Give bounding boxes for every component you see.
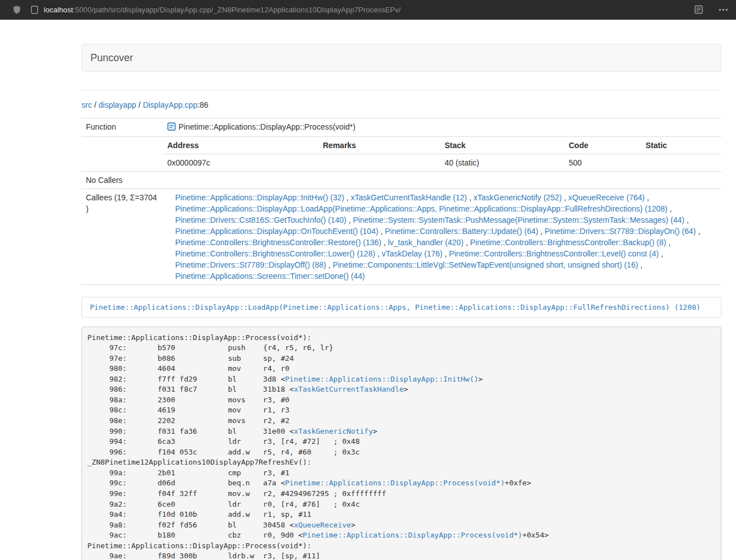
code-text: +0xfe>: [505, 479, 531, 487]
col-header-address: Address: [163, 137, 318, 154]
function-details-row: Address Remarks Stack Code Static 0x0000…: [81, 137, 721, 172]
callees-row: Callees (19, Σ=3704 ) Pinetime::Applicat…: [81, 189, 721, 285]
callee-link[interactable]: Pinetime::System::SystemTask::PushMessag…: [353, 215, 685, 224]
code-text: >: [351, 521, 355, 529]
function-row: Function Pinetime::Applications::Display…: [81, 118, 721, 137]
breadcrumb-separator: /: [94, 100, 97, 109]
col-header-code: Code: [564, 137, 641, 154]
callees-label: Callees (19, Σ=3704 ): [81, 189, 163, 285]
shield-icon[interactable]: [12, 5, 21, 15]
callee-link[interactable]: Pinetime::Controllers::BrightnessControl…: [175, 249, 375, 258]
callees-list: Pinetime::Applications::DisplayApp::Init…: [163, 189, 721, 285]
breadcrumb: src/displayapp/DisplayApp.cpp:86: [81, 99, 721, 111]
code-text: >: [478, 375, 483, 383]
code-text: 986: f031 f8c7 bl 31b18 <: [88, 385, 294, 393]
code-text: 9a8: f02f fd56 bl 30458 <: [88, 521, 294, 529]
reader-mode-icon[interactable]: [694, 5, 703, 14]
callee-link[interactable]: Pinetime::Applications::DisplayApp::Init…: [175, 193, 344, 202]
breadcrumb-line-number: :86: [198, 100, 208, 109]
code-text: 9a2: 6ce0 ldr r0, [r4, #76] ; 0x4c: [88, 500, 360, 508]
callee-link[interactable]: xTaskGenericNotify (252): [473, 193, 561, 202]
brand-link[interactable]: Puncover: [82, 52, 141, 64]
callers-row: No Callers: [81, 172, 721, 189]
url-path: :5000/path/src/displayapp/DisplayApp.cpp…: [73, 6, 401, 14]
callee-link[interactable]: lv_task_handler (420): [388, 238, 464, 247]
function-row-label: Function: [81, 118, 163, 137]
code-text: 9a4: f10d 010b add.w r1, sp, #11: [88, 510, 312, 518]
callee-link[interactable]: Pinetime::Applications::DisplayApp::OnTo…: [175, 227, 378, 236]
symbol-link[interactable]: Pinetime::Applications::DisplayApp::Init…: [285, 375, 478, 383]
col-header-stack: Stack: [440, 137, 564, 154]
code-text: 9ae: f89d 300b ldrb.w r3, [sp, #11]: [88, 552, 321, 560]
code-value: 500: [564, 154, 641, 172]
remarks-value: [318, 154, 440, 172]
code-text: >: [404, 385, 408, 393]
code-text: 98a: 2300 movs r3, #0: [88, 396, 290, 404]
code-text: 99c: d06d beq.n a7a <: [88, 479, 285, 487]
code-text: 994: 6ca3 ldr r3, [r4, #72] ; 0x48: [88, 437, 360, 446]
code-text: 97e: b086 sub sp, #24: [88, 354, 294, 362]
callee-link[interactable]: xTaskGetCurrentTaskHandle (12): [351, 193, 467, 202]
breadcrumb-link-src[interactable]: src: [81, 100, 92, 109]
code-text: 996: f104 053c add.w r5, r4, #60 ; 0x3c: [88, 448, 360, 456]
code-text: 97c: b570 push {r4, r5, r6, lr}: [88, 343, 333, 352]
symbol-link[interactable]: Pinetime::Applications::DisplayApp::Proc…: [285, 479, 505, 487]
main-content: Puncover src/displayapp/DisplayApp.cpp:8…: [81, 44, 721, 560]
symbol-link[interactable]: xQueueReceive: [294, 521, 351, 529]
code-text: 99a: 2b01 cmp r3, #1: [88, 469, 290, 477]
code-text: +0x54>: [522, 531, 548, 539]
highlighted-callee-panel[interactable]: Pinetime::Applications::DisplayApp::Load…: [81, 297, 721, 318]
stack-value: 40 (static): [440, 154, 564, 172]
code-text: 98c: 4619 mov r1, r3: [88, 406, 290, 414]
breadcrumb-link-file[interactable]: DisplayApp.cpp: [143, 100, 197, 109]
code-text: Pinetime::Applications::DisplayApp::Proc…: [88, 333, 312, 342]
menu-dots-icon[interactable]: [719, 8, 728, 11]
symbol-table: Function Pinetime::Applications::Display…: [81, 118, 721, 285]
highlighted-callee-link[interactable]: Pinetime::Applications::DisplayApp::Load…: [90, 303, 701, 311]
code-text: 9ac: b180 cbz r0, 9d0 <: [88, 531, 303, 539]
browser-chrome: localhost:5000/path/src/displayapp/Displ…: [0, 0, 736, 20]
callee-link[interactable]: Pinetime::Drivers::Cst816S::GetTouchInfo…: [175, 215, 346, 224]
callee-link[interactable]: Pinetime::Drivers::St7789::DisplayOff() …: [175, 260, 326, 269]
callee-link[interactable]: Pinetime::Applications::Screens::Timer::…: [175, 272, 365, 281]
col-header-remarks: Remarks: [318, 137, 440, 154]
code-text: Pinetime::Applications::DisplayApp::Proc…: [88, 541, 312, 550]
navbar: Puncover: [81, 44, 721, 72]
url-host: localhost: [44, 6, 73, 14]
symbol-link[interactable]: Pinetime::Applications::DisplayApp::Proc…: [303, 531, 522, 539]
symbol-link[interactable]: xTaskGetCurrentTaskHandle: [294, 385, 404, 393]
divider: [81, 90, 721, 90]
callee-link[interactable]: Pinetime::Controllers::Battery::Update()…: [385, 227, 538, 236]
code-text: 980: 4604 mov r4, r0: [88, 364, 290, 373]
breadcrumb-separator: /: [139, 100, 141, 109]
callee-link[interactable]: vTaskDelay (176): [382, 249, 442, 258]
function-symbol-name: Pinetime::Applications::DisplayApp::Proc…: [179, 122, 355, 131]
col-header-static: Static: [641, 137, 721, 154]
no-callers-label: No Callers: [81, 172, 163, 189]
details-value-row: 0x0000097c 40 (static) 500: [163, 154, 721, 172]
breadcrumb-link-displayapp[interactable]: displayapp: [99, 100, 136, 109]
details-table: Address Remarks Stack Code Static 0x0000…: [163, 137, 721, 171]
code-text: 99e: f04f 32ff mov.w r2, #4294967295 ; 0…: [88, 489, 386, 498]
code-text: >: [373, 427, 377, 435]
code-text: 98e: 2202 movs r2, #2: [88, 416, 290, 425]
url-bar[interactable]: localhost:5000/path/src/displayapp/Displ…: [44, 6, 401, 14]
symbol-link[interactable]: xTaskGenericNotify: [294, 427, 373, 435]
code-text: 982: f7ff fd29 bl 3d8 <: [88, 375, 285, 383]
callee-link[interactable]: Pinetime::Controllers::BrightnessControl…: [449, 249, 659, 258]
static-value: [641, 154, 721, 172]
callee-link[interactable]: Pinetime::Applications::DisplayApp::Load…: [175, 204, 668, 213]
disassembly-code: Pinetime::Applications::DisplayApp::Proc…: [81, 327, 721, 560]
callee-link[interactable]: Pinetime::Drivers::St7789::DisplayOn() (…: [545, 227, 696, 236]
page-icon: [31, 6, 38, 14]
callee-link[interactable]: Pinetime::Components::LittleVgl::SetNewT…: [333, 260, 638, 269]
callee-link[interactable]: Pinetime::Controllers::BrightnessControl…: [175, 238, 381, 247]
callee-link[interactable]: xQueueReceive (764): [568, 193, 644, 202]
address-value: 0x0000097c: [163, 154, 318, 172]
code-text: _ZN8Pinetime12Applications10DisplayApp7R…: [88, 458, 312, 466]
code-text: 990: f031 fa36 bl 31e00 <: [88, 427, 294, 435]
callee-link[interactable]: Pinetime::Controllers::BrightnessControl…: [470, 238, 666, 247]
function-type-icon: [167, 122, 176, 134]
